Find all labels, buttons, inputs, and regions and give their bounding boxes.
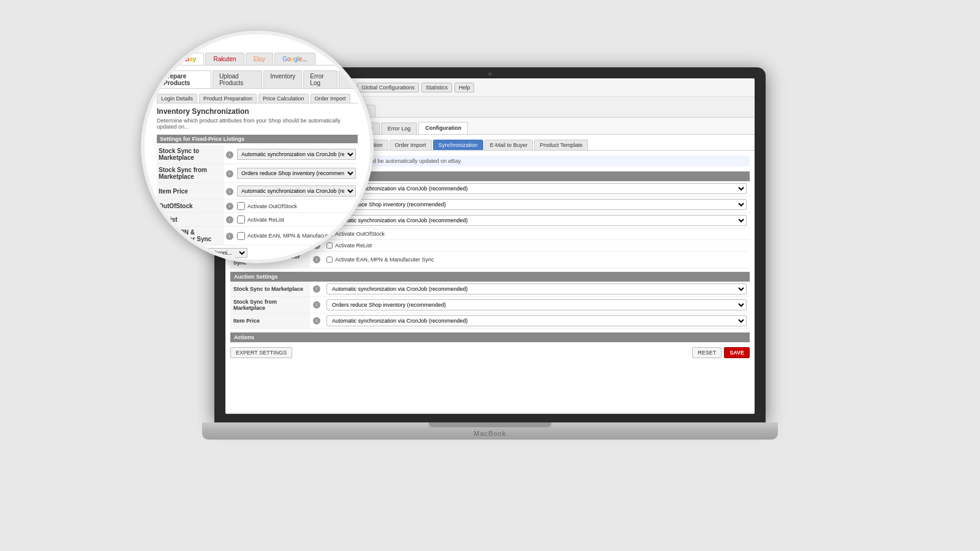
table-row: Item Price i Automatic synchronization v… (230, 213, 750, 228)
nav-icon-dash[interactable]: — (274, 82, 285, 93)
tab-ebay[interactable]: eBay (230, 104, 261, 117)
value-relist: Activate ReList (323, 240, 750, 252)
value-outofstock: Activate OutOfStock (323, 228, 750, 240)
auction-label-stock-to: Stock Sync to Marketplace (230, 282, 310, 297)
label-stock-sync-to: Stock Sync to Marketplace (230, 181, 310, 197)
select-stock-sync-to[interactable]: Automatic synchronization via CronJob (r… (326, 183, 747, 194)
tab-configuration[interactable]: Configuration (418, 122, 468, 134)
check-label-outofstock: Activate OutOfStock (335, 231, 385, 237)
info-icon-stock-sync-from[interactable]: i (313, 201, 320, 208)
tab-inventory[interactable]: Inventory (344, 122, 380, 134)
auction-table: Stock Sync to Marketplace i Automatic sy… (230, 282, 750, 329)
footer-bar: Customers-ID: 00000 - Shop-ID: 00000 mag… (225, 413, 755, 414)
help-btn[interactable]: Help (454, 83, 475, 92)
subtab-template[interactable]: Product Template (534, 140, 588, 150)
auction-info-item-price[interactable]: i (313, 317, 320, 324)
label-item-price: Item Price (230, 213, 310, 228)
auction-select-stock-to[interactable]: Automatic synchronization via CronJob (r… (326, 283, 747, 294)
auction-label-stock-from: Stock Sync from Marketplace (230, 297, 310, 313)
subtab-email[interactable]: E-Mail to Buyer (484, 140, 533, 150)
check-label-relist: Activate ReList (335, 242, 372, 249)
auction-label-item-price: Item Price (230, 313, 310, 329)
info-icon-relist[interactable]: i (313, 242, 320, 249)
label-stock-sync-from: Stock Sync from Marketplace (230, 197, 310, 213)
section-tabs: Prepare Products Upload Products Invento… (225, 118, 755, 135)
subtab-login[interactable]: Login Details (230, 140, 273, 150)
nav-icon-circle[interactable]: ⊙ (245, 82, 256, 93)
tab-rakuten[interactable]: Rakuten (262, 105, 302, 117)
select-stock-sync-from[interactable]: Orders reduce Shop inventory (recommende… (326, 199, 747, 210)
fixed-price-table: Stock Sync to Marketplace i Automatic sy… (230, 181, 750, 268)
subtab-price[interactable]: Price Calculation (336, 140, 388, 150)
subtab-order[interactable]: Order Import (390, 140, 432, 150)
fixed-price-header: Settings for Fixed-Price Listings (230, 171, 750, 181)
info-icon-stock-sync-to[interactable]: i (313, 185, 320, 192)
value-stock-sync-to: Automatic synchronization via CronJob (r… (323, 181, 750, 197)
tab-upload[interactable]: Upload Products (288, 122, 342, 134)
action-bar: Actions (230, 332, 750, 342)
google-shopping-label: Google Shopping (305, 84, 351, 91)
value-stock-sync-from: Orders reduce Shop inventory (recommende… (323, 197, 750, 213)
mag-tab-ebay[interactable]: eBay (174, 53, 205, 65)
label-ean: EAN, MPN & Manufacuter Sync (230, 252, 310, 268)
top-nav: 🛒 ⊙ ⊞ — ↻ Google Shopping | Global Confi… (225, 78, 755, 97)
reset-button[interactable]: RESET (692, 347, 722, 358)
label-relist: ReList (230, 240, 310, 252)
global-config-bar: Google Shopping | Global Configurations … (305, 83, 474, 92)
mag-sec-prepare[interactable]: Prepare Products (157, 70, 211, 88)
nav-icon-refresh[interactable]: ↻ (289, 82, 300, 93)
laptop-base: MacBook (202, 422, 778, 440)
check-label-ean: Activate EAN, MPN & Manufacuter Sync (335, 257, 434, 263)
g-e: e (359, 108, 363, 114)
expert-settings-button[interactable]: EXPERT SETTINGS (230, 347, 292, 358)
table-row: Stock Sync to Marketplace i Automatic sy… (230, 181, 750, 197)
select-item-price[interactable]: Automatic synchronization via CronJob (r… (326, 215, 747, 226)
table-row: Stock Sync from Marketplace i Orders red… (230, 297, 750, 313)
tab-google[interactable]: Google... (334, 105, 376, 117)
global-configs-btn[interactable]: Global Configurations (357, 83, 419, 92)
statistics-btn[interactable]: Statistics (421, 83, 452, 92)
tab-prepare[interactable]: Prepare Products (230, 122, 287, 134)
check-ean[interactable] (326, 257, 333, 263)
screen-content: 🛒 ⊙ ⊞ — ↻ Google Shopping | Global Confi… (225, 78, 755, 414)
laptop-screen-bezel: 🛒 ⊙ ⊞ — ↻ Google Shopping | Global Confi… (214, 67, 766, 422)
mag-subtab-login[interactable]: Login Details (157, 94, 197, 103)
tab-etsy[interactable]: Etsy (303, 105, 332, 117)
mag-marketplace-tabs: m eBay Rakuten Etsy Google... (157, 53, 358, 66)
table-row: ReList i Activate ReList (230, 240, 750, 252)
tab-errorlog[interactable]: Error Log (381, 122, 418, 134)
subtab-sync[interactable]: Synchronization (433, 140, 483, 150)
nav-icon-grid[interactable]: ⊞ (260, 82, 271, 93)
save-button[interactable]: SAVE (724, 347, 750, 358)
mag-tab-google[interactable]: Google... (274, 53, 315, 65)
table-row: Stock Sync from Marketplace i Orders red… (230, 197, 750, 213)
auction-header: Auction Settings (230, 272, 750, 282)
mag-tab-m2m[interactable]: m (157, 53, 173, 65)
auction-select-stock-from[interactable]: Orders reduce Shop inventory (recommende… (326, 299, 747, 310)
auction-info-stock-to[interactable]: i (313, 285, 320, 293)
page-description: Determine which product attributes from … (230, 156, 750, 167)
config-sub-tabs: Login Details Product Preparation Price … (225, 135, 755, 151)
nav-icon-cart[interactable]: 🛒 (230, 82, 241, 93)
ebay-y: y (249, 107, 253, 114)
check-relist[interactable] (326, 242, 333, 249)
table-row: Stock Sync to Marketplace i Automatic sy… (230, 282, 750, 297)
separator-pipe: | (353, 84, 355, 91)
auction-select-item-price[interactable]: Automatic synchronization via CronJob (r… (326, 315, 747, 326)
mag-tab-etsy[interactable]: Etsy (246, 53, 273, 65)
mag-truncated-text: ...ings (157, 250, 172, 256)
main-content: Determine which product attributes from … (225, 151, 755, 413)
info-icon-ean[interactable]: i (313, 256, 320, 263)
info-icon-item-price[interactable]: i (313, 217, 320, 224)
table-row: Item Price i Automatic synchronization v… (230, 313, 750, 329)
action-buttons-row: EXPERT SETTINGS RESET SAVE (230, 345, 750, 361)
laptop-brand-label: MacBook (474, 430, 507, 437)
table-row: EAN, MPN & Manufacuter Sync i Activate E… (230, 252, 750, 268)
mag-tab-rakuten[interactable]: Rakuten (205, 53, 244, 65)
check-outofstock[interactable] (326, 231, 333, 237)
info-icon-outofstock[interactable]: i (313, 230, 320, 238)
subtab-prep[interactable]: Product Preparation (274, 140, 334, 150)
auction-info-stock-from[interactable]: i (313, 301, 320, 309)
table-row: OutOfStock i Activate OutOfStock (230, 228, 750, 240)
laptop-camera (488, 72, 492, 76)
